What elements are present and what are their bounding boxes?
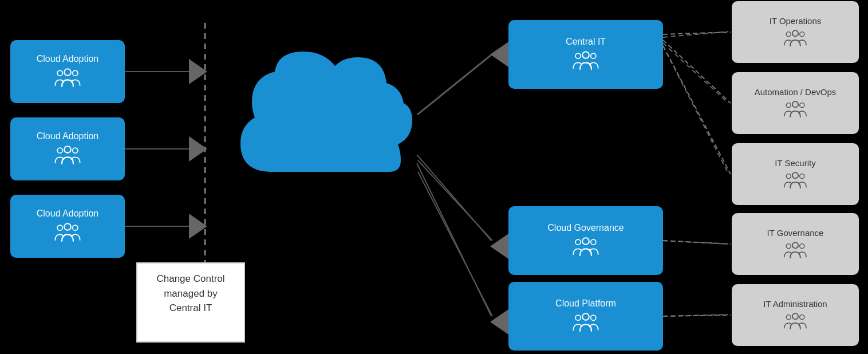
svg-point-19 — [57, 225, 62, 230]
svg-point-22 — [575, 53, 581, 58]
svg-point-38 — [800, 174, 804, 178]
svg-point-42 — [792, 313, 798, 319]
svg-line-50 — [417, 163, 491, 316]
svg-line-4 — [418, 54, 492, 115]
it-security-label: IT Security — [775, 158, 815, 168]
cloud-adoption-label-2: Cloud Adoption — [37, 131, 99, 141]
svg-line-49 — [417, 155, 491, 241]
automation-devops-card: Automation / DevOps — [732, 72, 859, 134]
diagram: Cloud Adoption Cloud Adoption Cloud Adop… — [0, 0, 868, 354]
change-control-box: Change Controlmanaged byCentral IT — [136, 262, 245, 343]
svg-line-51 — [663, 32, 731, 34]
central-it-label: Central IT — [566, 37, 606, 47]
arrow-right-2 — [189, 136, 207, 162]
people-icon-2 — [53, 144, 82, 167]
svg-point-21 — [582, 52, 589, 58]
svg-point-32 — [800, 32, 804, 36]
svg-line-53 — [663, 46, 731, 174]
people-icon-3 — [53, 221, 82, 244]
svg-point-31 — [786, 32, 791, 36]
svg-point-25 — [575, 239, 581, 245]
svg-point-30 — [792, 30, 798, 36]
svg-point-17 — [73, 148, 78, 153]
svg-point-41 — [800, 243, 804, 248]
central-it-card: Central IT — [508, 20, 663, 89]
arrow-left-central — [490, 42, 508, 67]
arrow-left-governance — [490, 234, 508, 259]
svg-point-15 — [64, 146, 71, 153]
svg-line-5 — [418, 160, 492, 241]
svg-point-20 — [73, 225, 78, 230]
it-operations-people-icon — [783, 28, 808, 49]
cloud-governance-card: Cloud Governance — [508, 206, 663, 275]
it-operations-card: IT Operations — [732, 1, 859, 63]
svg-line-48 — [417, 54, 491, 115]
svg-line-11 — [663, 314, 728, 316]
svg-point-43 — [786, 314, 791, 319]
it-governance-label: IT Governance — [767, 228, 824, 238]
cloud-platform-label: Cloud Platform — [555, 298, 616, 309]
svg-point-39 — [792, 242, 798, 248]
change-control-label: Change Controlmanaged byCentral IT — [156, 273, 224, 313]
svg-point-29 — [591, 315, 596, 320]
svg-line-6 — [418, 172, 492, 316]
svg-point-16 — [57, 148, 62, 153]
cloud-adoption-card-2: Cloud Adoption — [10, 117, 125, 180]
arrow-left-platform — [490, 309, 508, 335]
svg-point-18 — [64, 223, 71, 230]
svg-point-37 — [786, 174, 791, 178]
svg-point-26 — [591, 239, 596, 245]
cloud-governance-people-icon — [571, 235, 600, 258]
svg-line-10 — [663, 241, 728, 244]
svg-point-12 — [64, 69, 71, 76]
svg-point-36 — [792, 172, 798, 178]
svg-line-55 — [663, 315, 731, 316]
it-administration-label: IT Administration — [763, 299, 827, 309]
svg-point-28 — [575, 315, 581, 320]
svg-line-52 — [663, 40, 731, 103]
it-governance-card: IT Governance — [732, 213, 859, 275]
it-governance-people-icon — [783, 240, 808, 261]
automation-devops-people-icon — [783, 99, 808, 120]
arrow-right-1 — [189, 59, 207, 84]
cloud-shape — [223, 46, 418, 209]
svg-line-7 — [663, 32, 728, 37]
cloud-governance-label: Cloud Governance — [547, 223, 624, 233]
cloud-adoption-label-1: Cloud Adoption — [37, 54, 99, 64]
svg-line-9 — [663, 46, 728, 174]
svg-point-44 — [800, 314, 804, 319]
svg-point-40 — [786, 243, 791, 248]
svg-point-23 — [591, 53, 596, 58]
arrow-right-3 — [189, 214, 207, 239]
it-security-card: IT Security — [732, 143, 859, 205]
svg-point-14 — [73, 70, 78, 76]
svg-point-13 — [57, 70, 62, 76]
svg-point-24 — [582, 238, 589, 245]
it-administration-card: IT Administration — [732, 284, 859, 346]
it-security-people-icon — [783, 170, 808, 191]
svg-point-33 — [792, 101, 798, 107]
svg-point-27 — [582, 313, 589, 320]
people-icon-1 — [53, 66, 82, 89]
cloud-adoption-card-3: Cloud Adoption — [10, 195, 125, 258]
it-administration-people-icon — [783, 311, 808, 332]
central-it-people-icon — [571, 49, 600, 72]
it-operations-label: IT Operations — [770, 16, 822, 26]
cloud-platform-card: Cloud Platform — [508, 282, 663, 351]
cloud-platform-people-icon — [571, 311, 600, 334]
svg-point-35 — [800, 103, 804, 107]
svg-line-8 — [663, 43, 728, 103]
cloud-adoption-card-1: Cloud Adoption — [10, 40, 125, 103]
svg-point-34 — [786, 103, 791, 107]
svg-line-54 — [663, 241, 731, 244]
cloud-adoption-label-3: Cloud Adoption — [37, 209, 99, 219]
automation-devops-label: Automation / DevOps — [755, 87, 837, 97]
